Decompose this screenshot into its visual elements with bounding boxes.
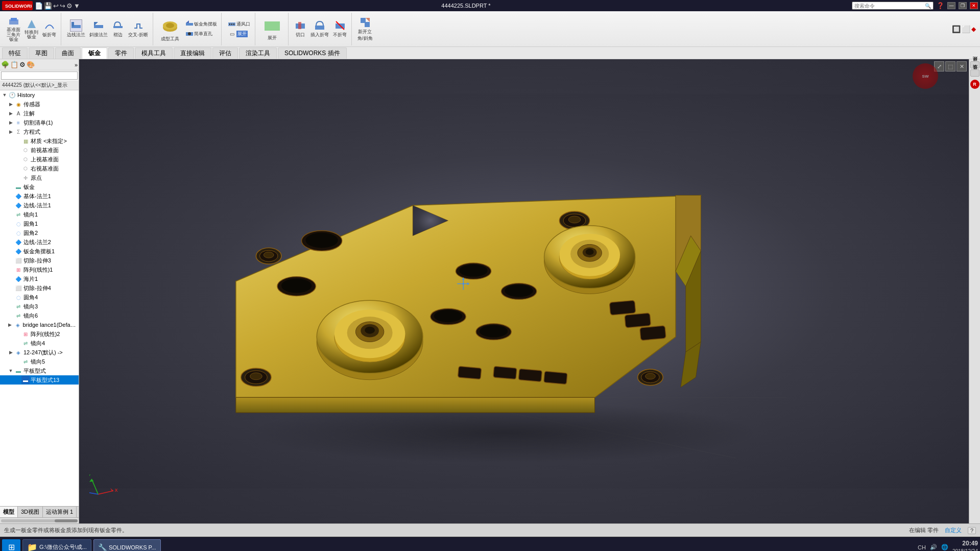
- hem-button[interactable]: 褶边: [110, 18, 126, 39]
- search-input[interactable]: [854, 3, 925, 9]
- minimize-button[interactable]: —: [947, 2, 955, 9]
- help-btn[interactable]: ?: [968, 527, 976, 534]
- tree-item-mirror3[interactable]: ⇌ 镜向3: [0, 302, 79, 311]
- redo-icon[interactable]: ↪: [60, 2, 65, 10]
- corner1-icon: 🔷: [14, 247, 22, 255]
- custom-status[interactable]: 自定义: [945, 526, 962, 534]
- options-icon[interactable]: ▼: [74, 2, 80, 10]
- tree-item-flat-pattern13[interactable]: ▬ 平板型式13: [0, 375, 79, 385]
- tree-item-pattern1[interactable]: ⊞ 阵列(线性)1: [0, 265, 79, 274]
- tab-render[interactable]: 渲染工具: [239, 47, 277, 59]
- tree-item-part247[interactable]: ▶ ◈ 12-247(默认) ->: [0, 348, 79, 357]
- viewport[interactable]: X Y Z ⤢ ⬚ ✕ SW: [79, 59, 969, 523]
- tree-filter-input[interactable]: [1, 71, 78, 80]
- close-button[interactable]: ✕: [970, 2, 978, 9]
- panel-display-icon[interactable]: 🎨: [27, 61, 35, 68]
- tree-item-pattern2[interactable]: ⊞ 阵列(线性)2: [0, 329, 79, 339]
- jog-button[interactable]: 交叉-折断: [127, 18, 150, 39]
- tree-item-edge-flange1[interactable]: 🔷 边线-法兰1: [0, 201, 79, 210]
- mirror3-icon: ⇌: [14, 302, 22, 310]
- tree-item-mirror1[interactable]: ⇌ 镜向1: [0, 210, 79, 219]
- miter-flange-button[interactable]: 斜接法兰: [88, 18, 109, 39]
- tab-surface[interactable]: 曲面: [55, 47, 81, 59]
- save-icon[interactable]: 💾: [44, 2, 52, 10]
- vent-button[interactable]: 通风口: [226, 19, 252, 29]
- taskbar-app-solidworks[interactable]: 🔧 SOLIDWORKS P...: [93, 539, 161, 552]
- help-icon[interactable]: ❓: [937, 2, 944, 9]
- material-icon: ▦: [21, 137, 30, 145]
- tree-item-equations[interactable]: ▶ Σ 方程式: [0, 127, 79, 136]
- tree-item-cutlist[interactable]: ▶ ≡ 切割清单(1): [0, 118, 79, 127]
- panel-tab-model[interactable]: 模型: [0, 507, 18, 517]
- clock[interactable]: 20:49 2018/12/24: [952, 540, 978, 551]
- tree-item-cut3[interactable]: ⬜ 切除-拉伸3: [0, 256, 79, 265]
- tree-item-base-flange1[interactable]: 🔷 基体-法兰1: [0, 191, 79, 201]
- tree-item-annotations[interactable]: ▶ A 注解: [0, 109, 79, 118]
- right-tab-appearance[interactable]: 外观: [970, 61, 979, 68]
- feature-tree[interactable]: ▼ 🕐 History ▶ ◉ 传感器 ▶ A 注解 ▶: [0, 90, 79, 506]
- tab-sheetmetal[interactable]: 钣金: [82, 47, 107, 59]
- tree-item-mirror6[interactable]: ⇌ 镜向6: [0, 311, 79, 320]
- network-icon[interactable]: 🌐: [941, 544, 948, 550]
- tree-item-sensors[interactable]: ▶ ◉ 传感器: [0, 100, 79, 109]
- flatten-button[interactable]: 展开: [259, 15, 285, 42]
- tab-plugins[interactable]: SOLIDWORKS 插件: [278, 47, 347, 59]
- svg-rect-80: [493, 366, 517, 379]
- simple-hole-button[interactable]: 简单直孔: [184, 29, 218, 38]
- tree-item-mirror4[interactable]: ⇌ 镜向4: [0, 339, 79, 348]
- tree-item-cut4[interactable]: ⬜ 切除-拉伸4: [0, 283, 79, 293]
- svg-point-52: [250, 373, 262, 380]
- panel-config-icon[interactable]: ⚙: [19, 61, 26, 68]
- view-type-icon[interactable]: ⬜: [962, 25, 970, 33]
- tab-features[interactable]: 特征: [2, 47, 28, 59]
- right-tab-scene[interactable]: 场景: [970, 69, 979, 77]
- unfold-button[interactable]: ▭ 展开: [226, 29, 252, 38]
- volume-icon[interactable]: 🔊: [930, 544, 937, 550]
- viewport-close[interactable]: ✕: [957, 61, 967, 71]
- bend-button[interactable]: 钣折弯: [41, 18, 58, 39]
- forming-tool-button[interactable]: 成型工具: [157, 14, 183, 43]
- panel-property-icon[interactable]: 📋: [10, 61, 18, 68]
- tree-item-top-plane[interactable]: ⬡ 上视基准面: [0, 155, 79, 164]
- panel-tab-3d[interactable]: 3D视图: [18, 507, 43, 517]
- convert-to-sheet-button[interactable]: 转换到钣金: [23, 17, 40, 41]
- tree-item-right-plane[interactable]: ⬡ 右视基准面: [0, 164, 79, 173]
- tree-item-fillet1[interactable]: ◌ 圆角1: [0, 219, 79, 228]
- panel-tab-motion[interactable]: 运动算例 1: [43, 507, 77, 517]
- tree-item-flat-pattern[interactable]: ▼ ▬ 平板型式: [0, 366, 79, 375]
- tree-item-tab1[interactable]: 🔷 海片1: [0, 274, 79, 283]
- viewport-split[interactable]: ⬚: [945, 61, 955, 71]
- corner-trim-button[interactable]: 新开立角/斜角: [356, 15, 374, 43]
- tree-item-material[interactable]: ▦ 材质 <未指定>: [0, 136, 79, 146]
- tree-item-corner1[interactable]: 🔷 钣金角摆板1: [0, 247, 79, 256]
- tree-item-edge-flange2[interactable]: 🔷 边线-法兰2: [0, 237, 79, 247]
- insert-bend-button[interactable]: 插入折弯: [309, 18, 330, 39]
- panel-feature-tree-icon[interactable]: 🌳: [1, 61, 9, 68]
- tree-item-bridge[interactable]: ▶ ◈ bridge lance1(Default) ->: [0, 320, 79, 329]
- tree-item-mirror5[interactable]: ⇌ 镜向5: [0, 357, 79, 366]
- tab-evaluate[interactable]: 评估: [212, 47, 238, 59]
- rebuild-icon[interactable]: ⚙: [66, 2, 73, 10]
- edge-flange-button[interactable]: 边线法兰: [65, 18, 87, 39]
- tree-item-history[interactable]: ▼ 🕐 History: [0, 90, 79, 100]
- undo-icon[interactable]: ↩: [53, 2, 59, 10]
- tab-parts[interactable]: 零件: [108, 47, 134, 59]
- start-button[interactable]: ⊞: [2, 539, 20, 552]
- no-bend-button[interactable]: 不折弯: [331, 18, 348, 39]
- panel-expand-icon[interactable]: »: [75, 62, 78, 68]
- tree-item-fillet2[interactable]: ◌ 圆角2: [0, 228, 79, 237]
- tab-sketch[interactable]: 草图: [29, 47, 54, 59]
- new-icon[interactable]: 📄: [35, 2, 43, 10]
- sheet-metal-gusset-button[interactable]: 钣金角摆板: [184, 19, 218, 29]
- view-orient-icon[interactable]: 🔲: [952, 25, 961, 33]
- tab-mold[interactable]: 模具工具: [135, 47, 173, 59]
- restore-button[interactable]: ❐: [959, 2, 967, 9]
- tree-item-origin[interactable]: ✛ 原点: [0, 173, 79, 182]
- tree-item-fillet4[interactable]: ◌ 圆角4: [0, 293, 79, 302]
- tree-item-front-plane[interactable]: ⬡ 前视基准面: [0, 146, 79, 155]
- base-flange-button[interactable]: 基准面三角片钣金: [5, 14, 22, 44]
- tab-direct[interactable]: 直接编辑: [174, 47, 211, 59]
- taskbar-app-explorer[interactable]: 📁 G:\微信公众号\成...: [22, 539, 91, 552]
- tree-item-sheet-metal[interactable]: ▬ 钣金: [0, 182, 79, 191]
- cut-extrude-button[interactable]: 切口: [293, 18, 308, 39]
